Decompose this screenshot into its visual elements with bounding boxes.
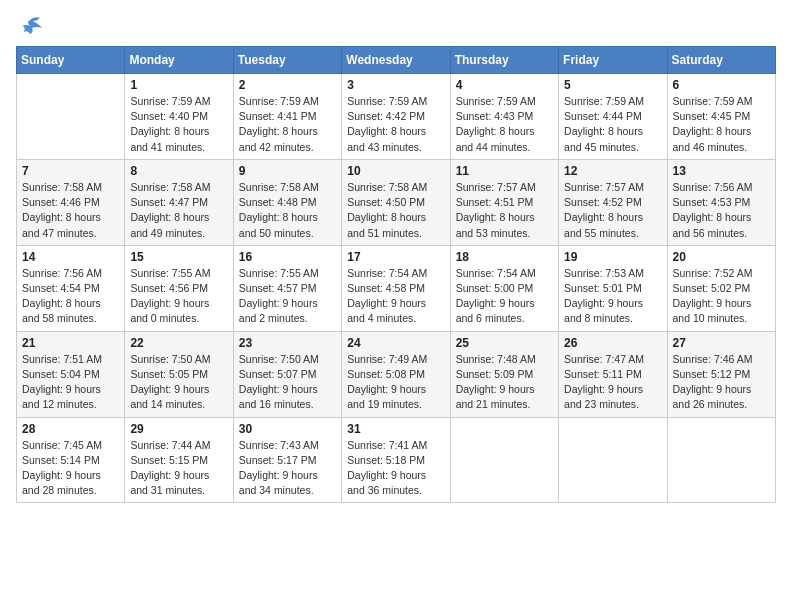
calendar-cell: 20Sunrise: 7:52 AMSunset: 5:02 PMDayligh… <box>667 245 775 331</box>
column-header-saturday: Saturday <box>667 47 775 74</box>
day-info: Sunrise: 7:57 AMSunset: 4:52 PMDaylight:… <box>564 180 661 241</box>
day-number: 22 <box>130 336 227 350</box>
day-number: 9 <box>239 164 336 178</box>
day-info: Sunrise: 7:48 AMSunset: 5:09 PMDaylight:… <box>456 352 553 413</box>
calendar-week-2: 7Sunrise: 7:58 AMSunset: 4:46 PMDaylight… <box>17 159 776 245</box>
calendar-cell <box>17 74 125 160</box>
day-number: 4 <box>456 78 553 92</box>
day-info: Sunrise: 7:45 AMSunset: 5:14 PMDaylight:… <box>22 438 119 499</box>
day-info: Sunrise: 7:59 AMSunset: 4:43 PMDaylight:… <box>456 94 553 155</box>
day-number: 16 <box>239 250 336 264</box>
column-header-thursday: Thursday <box>450 47 558 74</box>
page-header <box>16 16 776 38</box>
day-info: Sunrise: 7:43 AMSunset: 5:17 PMDaylight:… <box>239 438 336 499</box>
calendar-cell: 14Sunrise: 7:56 AMSunset: 4:54 PMDayligh… <box>17 245 125 331</box>
day-number: 18 <box>456 250 553 264</box>
day-info: Sunrise: 7:59 AMSunset: 4:44 PMDaylight:… <box>564 94 661 155</box>
day-number: 1 <box>130 78 227 92</box>
logo-bird-icon <box>16 16 44 38</box>
day-info: Sunrise: 7:41 AMSunset: 5:18 PMDaylight:… <box>347 438 444 499</box>
column-header-wednesday: Wednesday <box>342 47 450 74</box>
calendar-cell: 9Sunrise: 7:58 AMSunset: 4:48 PMDaylight… <box>233 159 341 245</box>
calendar-week-5: 28Sunrise: 7:45 AMSunset: 5:14 PMDayligh… <box>17 417 776 503</box>
calendar-cell: 6Sunrise: 7:59 AMSunset: 4:45 PMDaylight… <box>667 74 775 160</box>
day-number: 2 <box>239 78 336 92</box>
day-number: 15 <box>130 250 227 264</box>
day-info: Sunrise: 7:54 AMSunset: 4:58 PMDaylight:… <box>347 266 444 327</box>
day-info: Sunrise: 7:58 AMSunset: 4:46 PMDaylight:… <box>22 180 119 241</box>
calendar-cell: 17Sunrise: 7:54 AMSunset: 4:58 PMDayligh… <box>342 245 450 331</box>
day-info: Sunrise: 7:44 AMSunset: 5:15 PMDaylight:… <box>130 438 227 499</box>
day-number: 31 <box>347 422 444 436</box>
day-info: Sunrise: 7:56 AMSunset: 4:54 PMDaylight:… <box>22 266 119 327</box>
calendar-cell: 24Sunrise: 7:49 AMSunset: 5:08 PMDayligh… <box>342 331 450 417</box>
calendar-cell: 21Sunrise: 7:51 AMSunset: 5:04 PMDayligh… <box>17 331 125 417</box>
calendar-week-4: 21Sunrise: 7:51 AMSunset: 5:04 PMDayligh… <box>17 331 776 417</box>
calendar-cell: 4Sunrise: 7:59 AMSunset: 4:43 PMDaylight… <box>450 74 558 160</box>
day-number: 19 <box>564 250 661 264</box>
day-info: Sunrise: 7:47 AMSunset: 5:11 PMDaylight:… <box>564 352 661 413</box>
day-info: Sunrise: 7:51 AMSunset: 5:04 PMDaylight:… <box>22 352 119 413</box>
day-info: Sunrise: 7:49 AMSunset: 5:08 PMDaylight:… <box>347 352 444 413</box>
column-header-monday: Monday <box>125 47 233 74</box>
day-info: Sunrise: 7:53 AMSunset: 5:01 PMDaylight:… <box>564 266 661 327</box>
day-number: 11 <box>456 164 553 178</box>
day-number: 27 <box>673 336 770 350</box>
day-number: 20 <box>673 250 770 264</box>
calendar-cell: 13Sunrise: 7:56 AMSunset: 4:53 PMDayligh… <box>667 159 775 245</box>
calendar-cell <box>450 417 558 503</box>
calendar-cell: 30Sunrise: 7:43 AMSunset: 5:17 PMDayligh… <box>233 417 341 503</box>
calendar-cell: 19Sunrise: 7:53 AMSunset: 5:01 PMDayligh… <box>559 245 667 331</box>
day-info: Sunrise: 7:57 AMSunset: 4:51 PMDaylight:… <box>456 180 553 241</box>
day-info: Sunrise: 7:59 AMSunset: 4:40 PMDaylight:… <box>130 94 227 155</box>
day-number: 21 <box>22 336 119 350</box>
calendar-cell: 15Sunrise: 7:55 AMSunset: 4:56 PMDayligh… <box>125 245 233 331</box>
calendar-cell <box>667 417 775 503</box>
day-info: Sunrise: 7:59 AMSunset: 4:42 PMDaylight:… <box>347 94 444 155</box>
calendar-cell: 31Sunrise: 7:41 AMSunset: 5:18 PMDayligh… <box>342 417 450 503</box>
day-info: Sunrise: 7:59 AMSunset: 4:41 PMDaylight:… <box>239 94 336 155</box>
calendar-header-row: SundayMondayTuesdayWednesdayThursdayFrid… <box>17 47 776 74</box>
calendar-cell: 28Sunrise: 7:45 AMSunset: 5:14 PMDayligh… <box>17 417 125 503</box>
column-header-tuesday: Tuesday <box>233 47 341 74</box>
day-number: 3 <box>347 78 444 92</box>
calendar-cell <box>559 417 667 503</box>
calendar-cell: 22Sunrise: 7:50 AMSunset: 5:05 PMDayligh… <box>125 331 233 417</box>
logo <box>16 16 48 38</box>
day-info: Sunrise: 7:59 AMSunset: 4:45 PMDaylight:… <box>673 94 770 155</box>
day-number: 17 <box>347 250 444 264</box>
day-number: 13 <box>673 164 770 178</box>
calendar-cell: 18Sunrise: 7:54 AMSunset: 5:00 PMDayligh… <box>450 245 558 331</box>
day-info: Sunrise: 7:52 AMSunset: 5:02 PMDaylight:… <box>673 266 770 327</box>
calendar-cell: 27Sunrise: 7:46 AMSunset: 5:12 PMDayligh… <box>667 331 775 417</box>
calendar-week-3: 14Sunrise: 7:56 AMSunset: 4:54 PMDayligh… <box>17 245 776 331</box>
calendar-cell: 25Sunrise: 7:48 AMSunset: 5:09 PMDayligh… <box>450 331 558 417</box>
calendar-cell: 10Sunrise: 7:58 AMSunset: 4:50 PMDayligh… <box>342 159 450 245</box>
calendar-cell: 5Sunrise: 7:59 AMSunset: 4:44 PMDaylight… <box>559 74 667 160</box>
calendar-cell: 2Sunrise: 7:59 AMSunset: 4:41 PMDaylight… <box>233 74 341 160</box>
column-header-sunday: Sunday <box>17 47 125 74</box>
day-info: Sunrise: 7:58 AMSunset: 4:48 PMDaylight:… <box>239 180 336 241</box>
day-number: 14 <box>22 250 119 264</box>
calendar-cell: 11Sunrise: 7:57 AMSunset: 4:51 PMDayligh… <box>450 159 558 245</box>
day-number: 8 <box>130 164 227 178</box>
day-number: 12 <box>564 164 661 178</box>
day-info: Sunrise: 7:58 AMSunset: 4:50 PMDaylight:… <box>347 180 444 241</box>
day-number: 10 <box>347 164 444 178</box>
day-number: 5 <box>564 78 661 92</box>
calendar-cell: 16Sunrise: 7:55 AMSunset: 4:57 PMDayligh… <box>233 245 341 331</box>
day-info: Sunrise: 7:54 AMSunset: 5:00 PMDaylight:… <box>456 266 553 327</box>
calendar-cell: 1Sunrise: 7:59 AMSunset: 4:40 PMDaylight… <box>125 74 233 160</box>
day-number: 25 <box>456 336 553 350</box>
column-header-friday: Friday <box>559 47 667 74</box>
calendar-week-1: 1Sunrise: 7:59 AMSunset: 4:40 PMDaylight… <box>17 74 776 160</box>
calendar-cell: 3Sunrise: 7:59 AMSunset: 4:42 PMDaylight… <box>342 74 450 160</box>
day-info: Sunrise: 7:56 AMSunset: 4:53 PMDaylight:… <box>673 180 770 241</box>
calendar-cell: 29Sunrise: 7:44 AMSunset: 5:15 PMDayligh… <box>125 417 233 503</box>
day-info: Sunrise: 7:55 AMSunset: 4:57 PMDaylight:… <box>239 266 336 327</box>
calendar-table: SundayMondayTuesdayWednesdayThursdayFrid… <box>16 46 776 503</box>
calendar-cell: 12Sunrise: 7:57 AMSunset: 4:52 PMDayligh… <box>559 159 667 245</box>
day-info: Sunrise: 7:50 AMSunset: 5:05 PMDaylight:… <box>130 352 227 413</box>
day-info: Sunrise: 7:50 AMSunset: 5:07 PMDaylight:… <box>239 352 336 413</box>
day-number: 29 <box>130 422 227 436</box>
